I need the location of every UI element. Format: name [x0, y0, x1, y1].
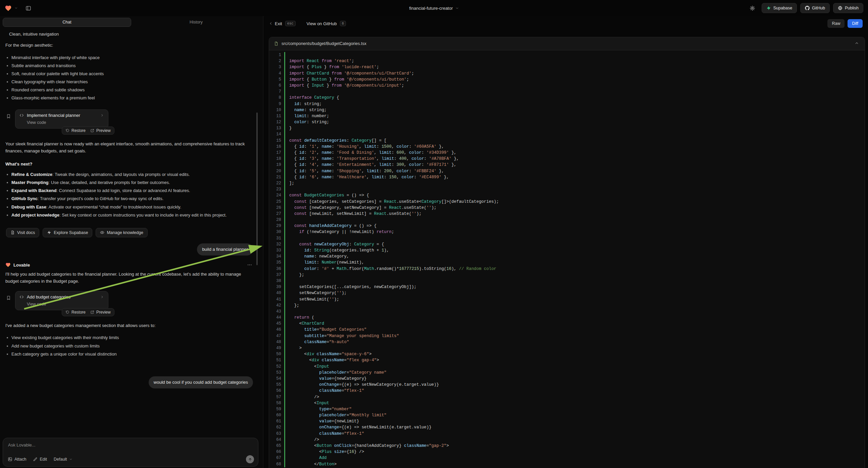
edit-card[interactable]: Implement financial plannerView code: [15, 110, 108, 128]
restore-icon: [65, 310, 69, 314]
list-item-text: Clean typography with clear hierarchies: [11, 79, 88, 85]
code-line: 38: [269, 278, 865, 284]
code-line: 64 />: [269, 437, 865, 443]
code-card: src/components/budget/BudgetCategories.t…: [269, 37, 865, 468]
line-number: 68: [269, 461, 281, 467]
list-item-text: Master Prompting: Use clear, detailed, a…: [11, 179, 170, 186]
list-item-text: Soft, neutral color palette with light b…: [11, 70, 104, 77]
line-number: 47: [269, 333, 281, 339]
list-item: Minimalist interface with plenty of whit…: [5, 54, 254, 61]
chat-scrollbar[interactable]: [256, 113, 258, 265]
code-line: 10 name: string;: [269, 107, 865, 113]
chat-heading: What's next?: [5, 162, 253, 167]
code-line: 14: [269, 131, 865, 137]
preview-button[interactable]: Preview: [90, 310, 111, 315]
diff-button[interactable]: Diff: [847, 19, 863, 28]
line-number: 5: [269, 77, 281, 83]
chat-input[interactable]: Ask Lovable...: [3, 438, 258, 447]
explore-supabase-button[interactable]: Explore Supabase: [42, 228, 92, 237]
quick-actions: Visit docsExplore SupabaseManage knowled…: [6, 228, 254, 237]
code-line: 68 </Button>: [269, 461, 865, 467]
workspace-chevron-icon[interactable]: [14, 6, 18, 10]
tab-chat[interactable]: Chat: [3, 18, 131, 27]
send-button[interactable]: [246, 455, 254, 463]
code-icon: [20, 113, 24, 117]
file-header[interactable]: src/components/budget/BudgetCategories.t…: [269, 37, 865, 50]
bullet-dot: [7, 214, 8, 216]
list-item: GitHub Sync: Transfer your project's cod…: [5, 195, 254, 202]
manage-knowledge-button[interactable]: Manage knowledge: [96, 228, 147, 237]
preview-button[interactable]: Preview: [90, 128, 111, 133]
line-number: 36: [269, 266, 281, 272]
code-line: 59 type="number": [269, 406, 865, 412]
view-on-github-button[interactable]: View on GitHub: [307, 21, 337, 26]
line-number: 20: [269, 168, 281, 174]
code-line: 66 <Plus size={16} />: [269, 449, 865, 455]
line-number: 6: [269, 83, 281, 89]
edit-card-actions: RestorePreview: [62, 126, 115, 135]
line-number: 3: [269, 64, 281, 70]
bullet-dot: [7, 57, 8, 58]
code-line: 20 { id: '5', name: 'Shopping', limit: 2…: [269, 168, 865, 174]
line-number: 56: [269, 388, 281, 394]
supabase-button[interactable]: Supabase: [762, 3, 797, 13]
code-line: 34 name: newCategory,: [269, 254, 865, 260]
tab-history[interactable]: History: [132, 18, 260, 27]
code-line: 24const BudgetCategories = () => {: [269, 193, 865, 198]
line-number: 17: [269, 150, 281, 156]
list-item-text: Rounded corners and subtle shadows: [11, 87, 85, 93]
line-number: 55: [269, 382, 281, 388]
code-line: 54 value={newCategory}: [269, 376, 865, 382]
line-number: 26: [269, 205, 281, 211]
code-editor[interactable]: 12import React from 'react';3import { Pl…: [269, 50, 865, 467]
code-line: 53 placeholder="Category name": [269, 370, 865, 376]
github-button[interactable]: GitHub: [800, 3, 830, 13]
project-menu[interactable]: financial-future-creator: [409, 0, 459, 16]
view-code-link[interactable]: View code: [27, 120, 104, 125]
visit-docs-button[interactable]: Visit docs: [6, 228, 39, 237]
code-line: 55 onChange={(e) => setNewCategory(e.tar…: [269, 382, 865, 388]
attach-button[interactable]: Attach: [8, 457, 26, 462]
visit-docs-label: Visit docs: [17, 230, 35, 235]
line-number: 49: [269, 345, 281, 351]
sidebar-toggle-button[interactable]: [24, 4, 33, 12]
list-item: Soft, neutral color palette with light b…: [5, 70, 254, 77]
app-root: financial-future-creator Supabase GitHub…: [0, 0, 868, 468]
collapse-button[interactable]: [853, 40, 860, 47]
view-code-link[interactable]: View code: [27, 302, 104, 306]
list-item: Master Prompting: Use clear, detailed, a…: [5, 179, 254, 186]
publish-button[interactable]: Publish: [833, 3, 863, 13]
raw-button[interactable]: Raw: [828, 19, 844, 28]
restore-button[interactable]: Restore: [65, 128, 86, 133]
exit-button[interactable]: Exit: [269, 21, 282, 26]
code-line: 32 const newCategoryObj: Category = {: [269, 241, 865, 247]
bullet-list: Refine & Customize: Tweak the design, an…: [5, 170, 254, 220]
line-number: 18: [269, 156, 281, 162]
bullet-dot: [7, 337, 8, 339]
code-line: 2import React from 'react';: [269, 58, 865, 64]
line-number: 8: [269, 95, 281, 101]
dots-icon: [247, 262, 252, 268]
code-line: 49 >: [269, 345, 865, 351]
line-number: 2: [269, 58, 281, 64]
edit-card-block: Implement financial plannerView codeRest…: [5, 110, 254, 135]
edit-mode-button[interactable]: Edit: [33, 457, 47, 462]
chat-scroll[interactable]: Clean, intuitive navigationFor the desig…: [0, 28, 263, 436]
chat-paragraph: I'll help you add budget categories to t…: [5, 271, 253, 285]
chat-paragraph: Your sleek financial planner is now read…: [5, 141, 253, 155]
line-number: 25: [269, 199, 281, 205]
lovable-logo-icon[interactable]: [5, 5, 12, 12]
restore-button[interactable]: Restore: [65, 310, 86, 315]
settings-button[interactable]: [748, 4, 757, 12]
model-selector[interactable]: Default: [54, 457, 72, 462]
restore-label: Restore: [71, 310, 86, 315]
code-line: 25 const [categories, setCategories] = R…: [269, 199, 865, 205]
code-line: 65 <Button onClick={handleAddCategory} c…: [269, 443, 865, 449]
code-line: 67 Add: [269, 455, 865, 461]
line-number: 59: [269, 406, 281, 412]
edit-card[interactable]: Add budget categoriesView code: [15, 291, 108, 310]
line-number: 16: [269, 144, 281, 150]
chat-paragraph: Clean, intuitive navigation: [9, 31, 253, 38]
github-label: GitHub: [812, 6, 825, 10]
message-menu-button[interactable]: [246, 262, 253, 268]
